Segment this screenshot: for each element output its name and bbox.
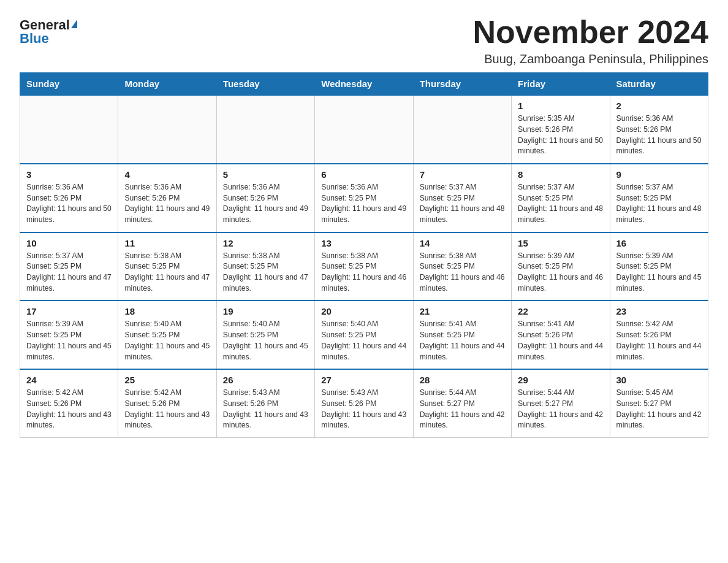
calendar-cell: 29Sunrise: 5:44 AMSunset: 5:27 PMDayligh… bbox=[512, 369, 610, 437]
calendar-cell: 4Sunrise: 5:36 AMSunset: 5:26 PMDaylight… bbox=[118, 164, 216, 232]
week-row-2: 3Sunrise: 5:36 AMSunset: 5:26 PMDaylight… bbox=[20, 164, 708, 232]
day-info: Sunrise: 5:42 AMSunset: 5:26 PMDaylight:… bbox=[616, 319, 702, 362]
calendar-header-row: SundayMondayTuesdayWednesdayThursdayFrid… bbox=[20, 73, 708, 96]
day-number: 26 bbox=[223, 375, 308, 385]
calendar-cell: 13Sunrise: 5:38 AMSunset: 5:25 PMDayligh… bbox=[315, 232, 413, 301]
day-info: Sunrise: 5:36 AMSunset: 5:25 PMDaylight:… bbox=[321, 182, 406, 226]
day-number: 19 bbox=[223, 306, 308, 316]
day-number: 10 bbox=[26, 238, 112, 248]
page-header: General Blue November 2024 Buug, Zamboan… bbox=[20, 15, 708, 66]
day-number: 1 bbox=[518, 101, 603, 111]
calendar-cell: 27Sunrise: 5:43 AMSunset: 5:26 PMDayligh… bbox=[315, 369, 413, 437]
calendar-cell: 23Sunrise: 5:42 AMSunset: 5:26 PMDayligh… bbox=[610, 301, 708, 369]
day-info: Sunrise: 5:38 AMSunset: 5:25 PMDaylight:… bbox=[124, 251, 210, 294]
calendar-cell: 5Sunrise: 5:36 AMSunset: 5:26 PMDaylight… bbox=[216, 164, 314, 232]
title-block: November 2024 Buug, Zamboanga Peninsula,… bbox=[473, 15, 708, 66]
month-year-title: November 2024 bbox=[473, 15, 708, 50]
day-number: 30 bbox=[616, 375, 702, 385]
calendar-cell: 6Sunrise: 5:36 AMSunset: 5:25 PMDaylight… bbox=[315, 164, 413, 232]
day-info: Sunrise: 5:37 AMSunset: 5:25 PMDaylight:… bbox=[518, 182, 603, 226]
calendar-cell: 20Sunrise: 5:40 AMSunset: 5:25 PMDayligh… bbox=[315, 301, 413, 369]
calendar-cell: 1Sunrise: 5:35 AMSunset: 5:26 PMDaylight… bbox=[512, 95, 610, 164]
calendar-cell: 10Sunrise: 5:37 AMSunset: 5:25 PMDayligh… bbox=[20, 232, 118, 301]
day-info: Sunrise: 5:40 AMSunset: 5:25 PMDaylight:… bbox=[321, 319, 406, 362]
day-number: 24 bbox=[26, 375, 112, 385]
calendar-cell: 17Sunrise: 5:39 AMSunset: 5:25 PMDayligh… bbox=[20, 301, 118, 369]
day-info: Sunrise: 5:37 AMSunset: 5:25 PMDaylight:… bbox=[420, 182, 505, 226]
day-number: 6 bbox=[321, 169, 406, 180]
day-number: 4 bbox=[124, 169, 210, 180]
day-number: 5 bbox=[223, 169, 308, 180]
calendar-cell: 15Sunrise: 5:39 AMSunset: 5:25 PMDayligh… bbox=[512, 232, 610, 301]
day-number: 13 bbox=[321, 238, 406, 248]
calendar-cell: 9Sunrise: 5:37 AMSunset: 5:25 PMDaylight… bbox=[610, 164, 708, 232]
week-row-5: 24Sunrise: 5:42 AMSunset: 5:26 PMDayligh… bbox=[20, 369, 708, 437]
calendar-header-friday: Friday bbox=[512, 73, 610, 96]
day-number: 12 bbox=[223, 238, 308, 248]
day-number: 14 bbox=[420, 238, 505, 248]
calendar-cell: 18Sunrise: 5:40 AMSunset: 5:25 PMDayligh… bbox=[118, 301, 216, 369]
day-number: 9 bbox=[616, 169, 702, 180]
day-info: Sunrise: 5:37 AMSunset: 5:25 PMDaylight:… bbox=[26, 251, 112, 294]
day-number: 3 bbox=[26, 169, 112, 180]
day-info: Sunrise: 5:38 AMSunset: 5:25 PMDaylight:… bbox=[223, 251, 308, 294]
day-info: Sunrise: 5:39 AMSunset: 5:25 PMDaylight:… bbox=[26, 319, 112, 362]
day-info: Sunrise: 5:40 AMSunset: 5:25 PMDaylight:… bbox=[223, 319, 308, 362]
day-number: 23 bbox=[616, 306, 702, 316]
day-info: Sunrise: 5:43 AMSunset: 5:26 PMDaylight:… bbox=[223, 388, 308, 431]
calendar-cell: 19Sunrise: 5:40 AMSunset: 5:25 PMDayligh… bbox=[216, 301, 314, 369]
calendar-table: SundayMondayTuesdayWednesdayThursdayFrid… bbox=[20, 72, 708, 438]
day-info: Sunrise: 5:37 AMSunset: 5:25 PMDaylight:… bbox=[616, 182, 702, 226]
calendar-cell: 12Sunrise: 5:38 AMSunset: 5:25 PMDayligh… bbox=[216, 232, 314, 301]
week-row-1: 1Sunrise: 5:35 AMSunset: 5:26 PMDaylight… bbox=[20, 95, 708, 164]
calendar-cell: 26Sunrise: 5:43 AMSunset: 5:26 PMDayligh… bbox=[216, 369, 314, 437]
calendar-cell: 16Sunrise: 5:39 AMSunset: 5:25 PMDayligh… bbox=[610, 232, 708, 301]
logo-general-text: General bbox=[20, 18, 70, 32]
day-number: 17 bbox=[26, 306, 112, 316]
calendar-cell bbox=[413, 95, 511, 164]
day-number: 28 bbox=[420, 375, 505, 385]
day-number: 27 bbox=[321, 375, 406, 385]
day-info: Sunrise: 5:40 AMSunset: 5:25 PMDaylight:… bbox=[124, 319, 210, 362]
day-info: Sunrise: 5:36 AMSunset: 5:26 PMDaylight:… bbox=[223, 182, 308, 226]
week-row-4: 17Sunrise: 5:39 AMSunset: 5:25 PMDayligh… bbox=[20, 301, 708, 369]
day-number: 20 bbox=[321, 306, 406, 316]
day-number: 2 bbox=[616, 101, 702, 111]
day-number: 18 bbox=[124, 306, 210, 316]
calendar-cell: 11Sunrise: 5:38 AMSunset: 5:25 PMDayligh… bbox=[118, 232, 216, 301]
calendar-cell bbox=[315, 95, 413, 164]
calendar-cell: 2Sunrise: 5:36 AMSunset: 5:26 PMDaylight… bbox=[610, 95, 708, 164]
day-info: Sunrise: 5:43 AMSunset: 5:26 PMDaylight:… bbox=[321, 388, 406, 431]
calendar-header-tuesday: Tuesday bbox=[216, 73, 314, 96]
day-info: Sunrise: 5:42 AMSunset: 5:26 PMDaylight:… bbox=[124, 388, 210, 431]
day-info: Sunrise: 5:41 AMSunset: 5:26 PMDaylight:… bbox=[518, 319, 603, 362]
day-info: Sunrise: 5:44 AMSunset: 5:27 PMDaylight:… bbox=[420, 388, 505, 431]
day-number: 22 bbox=[518, 306, 603, 316]
calendar-header-saturday: Saturday bbox=[610, 73, 708, 96]
calendar-cell: 22Sunrise: 5:41 AMSunset: 5:26 PMDayligh… bbox=[512, 301, 610, 369]
calendar-cell: 24Sunrise: 5:42 AMSunset: 5:26 PMDayligh… bbox=[20, 369, 118, 437]
logo: General Blue bbox=[20, 15, 77, 45]
calendar-cell bbox=[216, 95, 314, 164]
day-info: Sunrise: 5:35 AMSunset: 5:26 PMDaylight:… bbox=[518, 113, 603, 157]
day-info: Sunrise: 5:42 AMSunset: 5:26 PMDaylight:… bbox=[26, 388, 112, 431]
day-number: 29 bbox=[518, 375, 603, 385]
day-info: Sunrise: 5:38 AMSunset: 5:25 PMDaylight:… bbox=[321, 251, 406, 294]
calendar-header-wednesday: Wednesday bbox=[315, 73, 413, 96]
day-info: Sunrise: 5:39 AMSunset: 5:25 PMDaylight:… bbox=[518, 251, 603, 294]
day-info: Sunrise: 5:41 AMSunset: 5:25 PMDaylight:… bbox=[420, 319, 505, 362]
calendar-cell bbox=[20, 95, 118, 164]
day-number: 21 bbox=[420, 306, 505, 316]
week-row-3: 10Sunrise: 5:37 AMSunset: 5:25 PMDayligh… bbox=[20, 232, 708, 301]
logo-triangle-icon bbox=[71, 20, 77, 28]
calendar-cell: 28Sunrise: 5:44 AMSunset: 5:27 PMDayligh… bbox=[413, 369, 511, 437]
day-number: 11 bbox=[124, 238, 210, 248]
calendar-cell: 25Sunrise: 5:42 AMSunset: 5:26 PMDayligh… bbox=[118, 369, 216, 437]
calendar-cell: 30Sunrise: 5:45 AMSunset: 5:27 PMDayligh… bbox=[610, 369, 708, 437]
calendar-cell: 7Sunrise: 5:37 AMSunset: 5:25 PMDaylight… bbox=[413, 164, 511, 232]
calendar-cell bbox=[118, 95, 216, 164]
calendar-header-monday: Monday bbox=[118, 73, 216, 96]
calendar-cell: 21Sunrise: 5:41 AMSunset: 5:25 PMDayligh… bbox=[413, 301, 511, 369]
day-info: Sunrise: 5:36 AMSunset: 5:26 PMDaylight:… bbox=[124, 182, 210, 226]
calendar-cell: 3Sunrise: 5:36 AMSunset: 5:26 PMDaylight… bbox=[20, 164, 118, 232]
